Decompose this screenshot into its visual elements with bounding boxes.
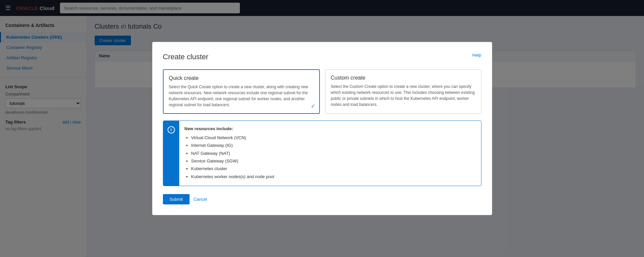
custom-create-card[interactable]: Custom create Select the Custom Create o… <box>325 69 481 114</box>
modal-header: Create cluster Help <box>163 53 481 61</box>
info-heading: New resources include: <box>185 126 233 131</box>
modal-footer: Submit Cancel <box>163 194 481 204</box>
info-icon: i <box>168 126 175 133</box>
quick-create-desc: Select the Quick Create option to create… <box>169 84 314 108</box>
list-item: Kubernetes worker nodes(s) and node pool <box>191 173 274 180</box>
help-link[interactable]: Help <box>472 53 481 58</box>
info-box: i New resources include: Virtual Cloud N… <box>163 121 481 186</box>
quick-create-card[interactable]: Quick create Select the Quick Create opt… <box>163 69 320 114</box>
submit-button[interactable]: Submit <box>163 194 190 204</box>
options-row: Quick create Select the Quick Create opt… <box>163 69 481 114</box>
quick-create-checkmark: ✓ <box>311 103 315 109</box>
list-item: Internet Gateway (IG) <box>191 141 274 149</box>
list-item: Virtual Cloud Network (VCN) <box>191 134 274 141</box>
modal-title: Create cluster <box>163 53 209 61</box>
info-box-content: New resources include: Virtual Cloud Net… <box>179 121 280 186</box>
quick-create-title: Quick create <box>169 75 314 81</box>
custom-create-desc: Select the Custom Create option to creat… <box>331 84 476 108</box>
info-list: Virtual Cloud Network (VCN) Internet Gat… <box>185 134 274 180</box>
list-item: NAT Gateway (NAT) <box>191 149 274 157</box>
list-item: Kubernetes cluster <box>191 165 274 172</box>
list-item: Service Gateway (SGW) <box>191 157 274 165</box>
cancel-link[interactable]: Cancel <box>194 197 207 202</box>
create-cluster-modal: Create cluster Help Quick create Select … <box>152 42 492 215</box>
modal-overlay[interactable]: Create cluster Help Quick create Select … <box>0 0 644 257</box>
info-box-sidebar: i <box>163 121 179 186</box>
custom-create-title: Custom create <box>331 75 476 81</box>
